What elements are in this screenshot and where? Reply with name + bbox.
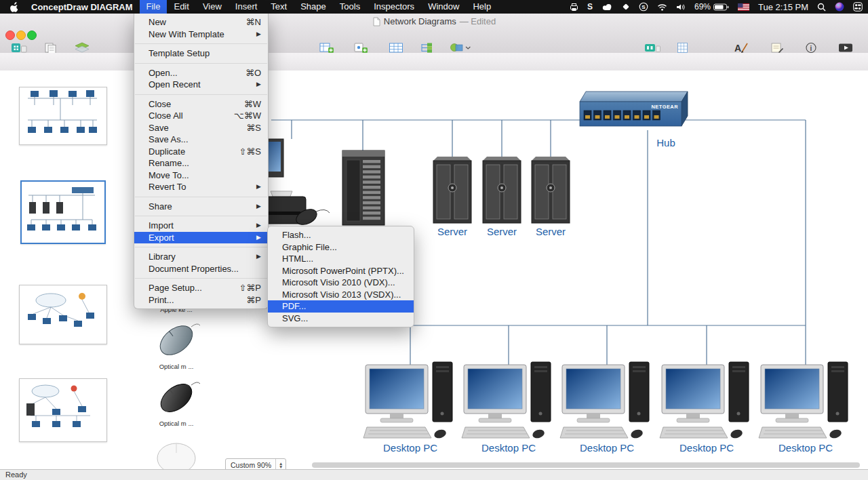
rack-server-shape[interactable] [342,151,384,225]
menu-edit[interactable]: Edit [167,0,195,14]
volume-icon[interactable] [676,3,686,11]
file-menu-duplicate[interactable]: Duplicate⇧⌘S [134,146,268,158]
zoom-step-down-icon: ▼ [279,465,283,468]
export-powerpoint[interactable]: Microsoft PowerPoint (PPTX)... [268,265,414,277]
desktop-pc-label-5: Desktop PC [778,442,833,454]
close-window-button[interactable] [5,31,15,40]
desktop-pc-label-3: Desktop PC [580,442,634,454]
file-menu-rename[interactable]: Rename... [134,157,268,169]
desktop-pc-shape-3[interactable] [560,362,649,439]
left-drop-lines[interactable] [292,120,363,151]
minimize-window-button[interactable] [16,31,26,40]
file-menu-open-recent[interactable]: Open Recent▶ [134,79,268,91]
desktop-pc-label-2: Desktop PC [481,442,536,454]
desktop-pc-shape-4[interactable] [660,362,749,439]
apple-icon [9,2,18,12]
export-svg[interactable]: SVG... [268,313,414,325]
battery-icon [713,3,729,11]
menu-text[interactable]: Text [264,0,294,14]
print-status-icon[interactable] [570,3,578,12]
hub-shape[interactable]: NETGEAR [580,92,688,126]
menubar-status-area: S S 69% Tue 2:15 PM [570,0,863,14]
menu-inspectors[interactable]: Inspectors [367,0,421,14]
shape-item-white-mouse[interactable] [129,435,224,469]
menu-insert[interactable]: Insert [229,0,264,14]
file-menu-save[interactable]: Save⌘S [134,122,268,134]
shape-item-optical-mouse-2[interactable] [129,378,224,416]
page-thumbnail-1[interactable] [19,87,107,145]
svg-text:i: i [810,45,812,52]
shazam-icon[interactable]: S [587,2,593,12]
page-thumbnail-4-preview [20,379,105,440]
desktop-pc-label-1: Desktop PC [383,442,437,454]
file-menu-close[interactable]: Close⌘W [134,98,268,111]
info-icon: i [796,40,826,54]
server-shape-1[interactable] [433,157,471,223]
cloud-icon[interactable] [601,3,613,11]
file-menu-export-highlighted[interactable]: Export▶ [134,232,268,244]
input-language-flag-icon[interactable] [738,3,749,11]
pc-drop-lines[interactable] [410,325,707,366]
desktop-pc-shape-1[interactable] [363,362,452,439]
menu-tools[interactable]: Tools [333,0,367,14]
file-menu-import[interactable]: Import▶ [134,220,268,232]
shape-item-optical-mouse-2-label[interactable]: Optical m ... [129,420,224,427]
export-visio-2010[interactable]: Microsoft Visio 2010 (VDX)... [268,277,414,289]
file-menu-save-as[interactable]: Save As... [134,134,268,146]
file-menu-document-properties[interactable]: Document Properties... [134,263,268,275]
desktop-pc-shape-5[interactable] [759,362,848,439]
export-flash[interactable]: Flash... [268,229,414,241]
file-menu-move-to[interactable]: Move To... [134,169,268,182]
file-menu-print[interactable]: Print...⌘P [134,294,268,306]
control-center-icon[interactable] [853,2,863,12]
file-menu-open[interactable]: Open...⌘O [134,67,268,79]
menubar: ConceptDraw DIAGRAM File Edit View Inser… [0,0,868,14]
page-thumbnail-4[interactable] [19,378,107,442]
apple-menu[interactable] [0,2,24,12]
window-title: Network Diagrams — Edited [0,16,868,26]
menu-help[interactable]: Help [466,0,498,14]
menu-shape[interactable]: Shape [294,0,333,14]
page-thumbnail-3[interactable] [19,285,107,344]
menubar-clock[interactable]: Tue 2:15 PM [758,2,808,12]
file-menu-template-setup[interactable]: Template Setup [134,47,268,60]
server-drop-lines[interactable] [452,120,551,161]
file-menu-new-with-template[interactable]: New With Template▶ [134,28,268,41]
export-html[interactable]: HTML... [268,253,414,265]
document-proxy-icon [372,17,380,26]
menu-file[interactable]: File [140,0,167,14]
file-menu-library[interactable]: Library▶ [134,251,268,263]
diamond-icon[interactable] [622,3,630,11]
file-menu-page-setup[interactable]: Page Setup...⇧⌘P [134,282,268,294]
spotlight-icon[interactable] [817,3,826,12]
file-menu-revert-to[interactable]: Revert To▶ [134,181,268,193]
shape-item-optical-mouse-1[interactable] [129,320,224,359]
export-pdf-highlighted[interactable]: PDF... [268,300,414,313]
file-menu-close-all[interactable]: Close All⌥⌘W [134,110,268,122]
circled-s-icon[interactable]: S [639,2,648,12]
menu-separator [135,63,267,64]
wifi-icon[interactable] [657,3,667,11]
menu-view[interactable]: View [196,0,229,14]
server-shape-3[interactable] [532,157,570,223]
menu-separator [135,43,267,44]
server-shape-2[interactable] [483,157,521,223]
export-visio-2013[interactable]: Microsoft Visio 2013 (VSDX)... [268,289,414,301]
battery-status[interactable]: 69% [694,2,729,12]
menu-window[interactable]: Window [421,0,466,14]
siri-icon[interactable] [835,2,844,12]
optical-mouse-2-icon [151,378,202,416]
app-menu[interactable]: ConceptDraw DIAGRAM [24,2,140,12]
menu-separator [135,247,267,247]
export-graphic-file[interactable]: Graphic File... [268,241,414,254]
menu-separator [135,197,267,197]
zoom-window-button[interactable] [27,31,37,40]
file-menu-share[interactable]: Share▶ [134,201,268,213]
file-menu-new[interactable]: New⌘N [134,16,268,28]
window-titlebar: Network Diagrams — Edited Solutions Page… [0,14,868,54]
page-thumbnail-2-selected[interactable] [20,180,106,244]
shape-item-optical-mouse-1-label[interactable]: Optical m ... [129,363,224,370]
horizontal-scrollbar[interactable] [312,462,860,468]
file-menu-dropdown: New⌘N New With Template▶ Template Setup … [134,14,269,309]
desktop-pc-shape-2[interactable] [462,362,551,439]
